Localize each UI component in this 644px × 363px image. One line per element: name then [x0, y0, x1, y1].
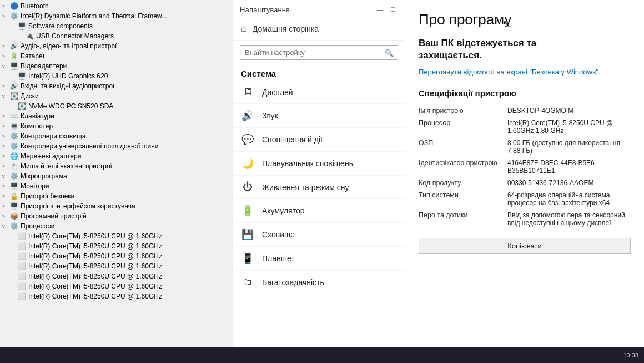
- settings-menu-icon: 🌙: [241, 157, 254, 170]
- expand-icon[interactable]: >: [2, 13, 9, 19]
- settings-menu-item[interactable]: 💾 Сховище: [233, 223, 405, 247]
- item-label: Intel(R) Core(TM) i5-8250U CPU @ 1.60GHz: [28, 292, 162, 300]
- settings-menu-item[interactable]: 🔊 Звук: [233, 104, 405, 128]
- tree-item[interactable]: 💽 NVMe WDC PC SN520 SDA: [0, 101, 233, 111]
- settings-menu-item[interactable]: 🌙 Планувальник сповіщень: [233, 152, 405, 176]
- tree-item[interactable]: v 🖥️ Відеоадаптери: [0, 61, 233, 71]
- spec-row: Ідентифікатор пристрою 4164E87F-D8EC-44E…: [419, 157, 631, 177]
- home-row[interactable]: ⌂ Домашня сторінка: [233, 17, 405, 41]
- settings-menu-label: Живлення та режим сну: [262, 183, 349, 192]
- tree-item[interactable]: > 🔊 Аудіо-, відео- та ігрові пристрої: [0, 41, 233, 51]
- settings-menu-label: Акумулятор: [262, 206, 305, 215]
- item-label: Пристрої безпеки: [21, 192, 74, 200]
- device-icon: ⚙️: [9, 12, 19, 21]
- tree-item[interactable]: 🖥️ Intel(R) UHD Graphics 620: [0, 71, 233, 81]
- spec-value: 4164E87F-D8EC-44E8-B5E6-B35BB10711E1: [507, 157, 631, 177]
- tree-item[interactable]: > 📦 Програмний пристрій: [0, 211, 233, 221]
- spec-label: Процесор: [419, 117, 507, 137]
- tree-item[interactable]: > ⚙️ Intel(R) Dynamic Platform and Therm…: [0, 11, 233, 21]
- tree-item[interactable]: 🔌 USB Connector Managers: [0, 31, 233, 41]
- settings-menu-item[interactable]: 🔋 Акумулятор: [233, 199, 405, 223]
- tree-item[interactable]: ⬜ Intel(R) Core(TM) i5-8250U CPU @ 1.60G…: [0, 261, 233, 271]
- item-label: Відеоадаптери: [21, 62, 67, 70]
- item-label: Bluetooth: [21, 2, 49, 10]
- settings-menu-item[interactable]: 🗂 Багатозадачність: [233, 271, 405, 294]
- device-tree: > 🔵 Bluetooth > ⚙️ Intel(R) Dynamic Plat…: [0, 0, 233, 363]
- settings-menu-item[interactable]: 📱 Планшет: [233, 247, 405, 271]
- expand-icon[interactable]: >: [2, 143, 9, 149]
- expand-icon[interactable]: >: [2, 203, 9, 209]
- expand-icon[interactable]: >: [2, 183, 9, 189]
- tree-item[interactable]: > ⚙️ Контролери сховища: [0, 131, 233, 141]
- window-controls: — ☐: [375, 4, 398, 14]
- tree-item[interactable]: > ⌨️ Клавіатури: [0, 111, 233, 121]
- expand-icon[interactable]: >: [2, 53, 9, 59]
- settings-title: Налаштування: [240, 6, 290, 14]
- specs-title: Специфікації пристрою: [419, 88, 631, 98]
- expand-icon[interactable]: >: [2, 3, 9, 9]
- item-label: Intel(R) Core(TM) i5-8250U CPU @ 1.60GHz: [28, 282, 162, 290]
- copy-button[interactable]: Копіювати: [419, 238, 631, 254]
- expand-icon[interactable]: v: [2, 173, 9, 179]
- expand-icon[interactable]: >: [2, 123, 9, 129]
- search-input[interactable]: [245, 48, 381, 57]
- tree-item[interactable]: > 🖱️ Миша й інші вказівні пристрої: [0, 161, 233, 171]
- settings-menu-icon: 📱: [241, 252, 254, 265]
- device-icon: ⚙️: [9, 172, 19, 181]
- expand-icon[interactable]: >: [2, 83, 9, 89]
- expand-icon[interactable]: >: [2, 163, 9, 169]
- item-label: Програмний пристрій: [21, 212, 87, 220]
- settings-menu-item[interactable]: 💬 Сповіщення й дії: [233, 128, 405, 152]
- tree-item[interactable]: v 💽 Диски: [0, 91, 233, 101]
- spec-row: Код продукту 00330-51436-72136-AAOEM: [419, 177, 631, 189]
- taskbar: 10:38: [0, 347, 644, 363]
- settings-menu-item[interactable]: 🖥 Дисплей: [233, 81, 405, 104]
- minimize-button[interactable]: —: [375, 4, 385, 14]
- tree-item[interactable]: v ⚙️ Процесори: [0, 221, 233, 231]
- tree-item[interactable]: > 🔒 Пристрої безпеки: [0, 191, 233, 201]
- tree-item[interactable]: ⬜ Intel(R) Core(TM) i5-8250U CPU @ 1.60G…: [0, 251, 233, 261]
- item-label: Пристрої з інтерфейсом користувача: [21, 202, 135, 210]
- tree-item[interactable]: > ⚙️ Контролери універсальної послідовно…: [0, 141, 233, 151]
- expand-icon[interactable]: >: [2, 153, 9, 159]
- spec-value: Intel(R) Core(TM) i5-8250U CPU @ 1.60GHz…: [507, 117, 631, 137]
- maximize-button[interactable]: ☐: [388, 4, 398, 14]
- tree-item[interactable]: ⬜ Intel(R) Core(TM) i5-8250U CPU @ 1.60G…: [0, 291, 233, 301]
- device-icon: ⬜: [17, 282, 27, 291]
- expand-icon[interactable]: v: [2, 63, 9, 69]
- spec-value: 8,00 ГБ (доступно для використання 7,88 …: [507, 137, 631, 157]
- security-link[interactable]: Переглянути відомості на екрані "Безпека…: [419, 67, 631, 77]
- expand-icon[interactable]: >: [2, 113, 9, 119]
- tree-item[interactable]: > 🖥️ Пристрої з інтерфейсом користувача: [0, 201, 233, 211]
- device-icon: ⚙️: [9, 132, 19, 141]
- tree-item[interactable]: > 🌐 Мережеві адаптери: [0, 151, 233, 161]
- tree-item[interactable]: ⬜ Intel(R) Core(TM) i5-8250U CPU @ 1.60G…: [0, 271, 233, 281]
- tree-item[interactable]: > 🖥️ Монітори: [0, 181, 233, 191]
- settings-menu-item[interactable]: ⏻ Живлення та режим сну: [233, 176, 405, 199]
- spec-label: Ім'я пристрою: [419, 105, 507, 117]
- tree-item[interactable]: > 🔵 Bluetooth: [0, 1, 233, 11]
- settings-menu-label: Планувальник сповіщень: [262, 159, 353, 168]
- expand-icon[interactable]: >: [2, 133, 9, 139]
- settings-menu-label: Сховище: [262, 230, 295, 239]
- settings-menu-icon: 🗂: [241, 276, 254, 288]
- expand-icon[interactable]: >: [2, 213, 9, 219]
- item-label: Контролери сховища: [21, 132, 85, 140]
- expand-icon[interactable]: v: [2, 223, 9, 229]
- spec-value: Ввід за допомогою пера та сенсорний ввід…: [507, 209, 631, 229]
- tree-item[interactable]: 🖥️ Software components: [0, 21, 233, 31]
- item-label: Миша й інші вказівні пристрої: [21, 162, 112, 170]
- tree-item[interactable]: v ⚙️ Мікропрограма:: [0, 171, 233, 181]
- tree-item[interactable]: > 💻 Комп'ютер: [0, 121, 233, 131]
- expand-icon[interactable]: >: [2, 43, 9, 49]
- settings-menu-icon: 💾: [241, 228, 254, 241]
- tree-item[interactable]: > 🔊 Вхідні та вихідні аудіопристрої: [0, 81, 233, 91]
- tree-item[interactable]: ⬜ Intel(R) Core(TM) i5-8250U CPU @ 1.60G…: [0, 281, 233, 291]
- item-label: Intel(R) Core(TM) i5-8250U CPU @ 1.60GHz: [28, 242, 162, 250]
- item-label: Мережеві адаптери: [21, 152, 81, 160]
- tree-item[interactable]: > 🔋 Батареї: [0, 51, 233, 61]
- tree-item[interactable]: ⬜ Intel(R) Core(TM) i5-8250U CPU @ 1.60G…: [0, 241, 233, 251]
- expand-icon[interactable]: >: [2, 193, 9, 199]
- expand-icon[interactable]: v: [2, 93, 9, 99]
- tree-item[interactable]: ⬜ Intel(R) Core(TM) i5-8250U CPU @ 1.60G…: [0, 231, 233, 241]
